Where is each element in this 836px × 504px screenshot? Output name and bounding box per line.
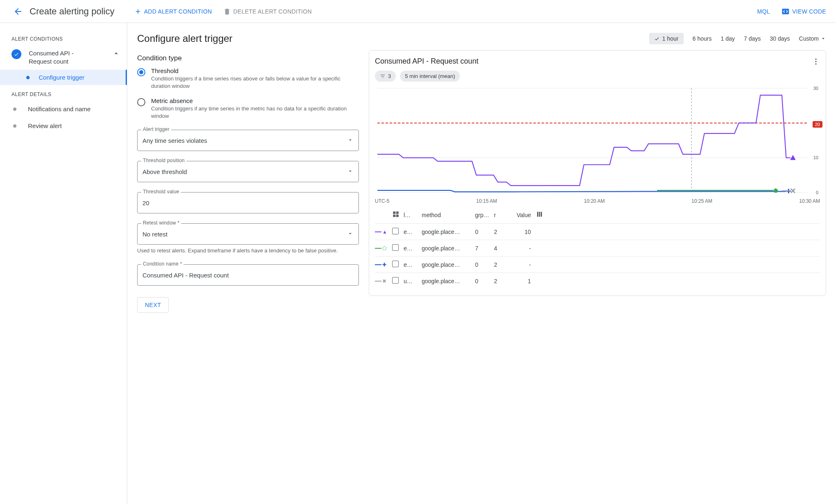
range-7days[interactable]: 7 days [744, 35, 760, 42]
filter-chip-count: 3 [388, 73, 391, 79]
range-30days[interactable]: 30 days [770, 35, 790, 42]
top-actions: ADD ALERT CONDITION DELETE ALERT CONDITI… [134, 7, 826, 16]
chart-card: Consumed API - Request count 3 5 min int… [369, 50, 826, 296]
cell-method: google.place… [422, 229, 475, 235]
threshold-position-select[interactable]: Threshold position Above threshold [137, 161, 359, 182]
radio-unchecked-icon [137, 98, 145, 106]
arrow-left-icon [13, 7, 23, 16]
active-dot-icon [26, 76, 30, 79]
th-r: r [494, 212, 506, 218]
x-tick: 10:25 AM [691, 198, 712, 204]
threshold-value-label: Threshold value [141, 189, 181, 195]
cell-grp: 0 [475, 229, 494, 235]
condition-name-input[interactable]: Condition name * Consumed API - Request … [137, 264, 359, 286]
cell-method: google.place… [422, 278, 475, 284]
alert-details-label: ALERT DETAILS [0, 88, 127, 101]
threshold-value-input[interactable]: Threshold value 20 [137, 192, 359, 213]
condition-step-label: Consumed API - Request count [29, 49, 90, 66]
check-icon [11, 49, 21, 59]
filter-chip[interactable]: 3 [375, 71, 396, 82]
row-checkbox[interactable] [392, 228, 404, 236]
row-checkbox[interactable] [392, 261, 404, 268]
plus-icon [134, 8, 142, 15]
retest-window-select[interactable]: Retest window * No retest [137, 223, 359, 245]
chevron-up-icon[interactable] [112, 49, 120, 59]
view-code-label: VIEW CODE [792, 8, 826, 15]
threshold-position-label: Threshold position [141, 158, 186, 163]
mql-label: MQL [757, 8, 770, 15]
condition-type-metric-absence[interactable]: Metric absence Condition triggers if any… [137, 97, 359, 120]
topbar: Create alerting policy ADD ALERT CONDITI… [0, 0, 836, 23]
cell-value: - [506, 261, 531, 268]
th-value: Value [506, 212, 531, 218]
x-tick: 10:30 AM [799, 198, 820, 204]
threshold-position-value: Above threshold [142, 168, 187, 175]
add-alert-condition-button[interactable]: ADD ALERT CONDITION [134, 8, 212, 15]
threshold-desc: Condition triggers if a time series rise… [151, 75, 348, 90]
condition-type-threshold[interactable]: Threshold Condition triggers if a time s… [137, 67, 359, 90]
absence-desc: Condition triggers if any time series in… [151, 105, 348, 120]
chart-column: 1 hour 6 hours 1 day 7 days 30 days Cust… [369, 33, 826, 494]
add-condition-label: ADD ALERT CONDITION [144, 8, 212, 15]
table-header: l… method grp… r Value [375, 206, 820, 223]
threshold-value-text: 20 [142, 199, 149, 206]
x-tick: 10:15 AM [476, 198, 497, 204]
grid-selector-icon[interactable] [392, 211, 404, 219]
condition-step[interactable]: Consumed API - Request count [0, 45, 127, 70]
columns-icon[interactable] [531, 211, 543, 219]
next-button[interactable]: NEXT [137, 297, 169, 313]
main: Configure alert trigger Condition type T… [127, 23, 836, 504]
custom-label: Custom [799, 35, 819, 42]
mql-button[interactable]: MQL [757, 8, 770, 15]
chevron-down-icon [347, 168, 354, 176]
legend-table: l… method grp… r Value ▲e…google.place…0… [375, 206, 820, 289]
svg-point-1 [815, 58, 816, 60]
tz-label: UTC-5 [375, 198, 389, 204]
substep-configure-trigger[interactable]: Configure trigger [0, 70, 127, 85]
alert-conditions-label: ALERT CONDITIONS [0, 33, 127, 45]
check-icon [654, 36, 660, 41]
range-1day[interactable]: 1 day [721, 35, 735, 42]
range-label: 1 hour [662, 35, 679, 42]
code-icon [781, 7, 790, 16]
threshold-title: Threshold [151, 67, 348, 74]
chart-area: 0102030 20 [375, 86, 820, 197]
table-row[interactable]: ✖u…google.place…021 [375, 273, 820, 289]
chevron-down-icon [347, 137, 354, 144]
row-checkbox[interactable] [392, 244, 404, 252]
svg-text:0: 0 [816, 190, 818, 195]
alert-trigger-select[interactable]: Alert trigger Any time series violates [137, 130, 359, 151]
alert-trigger-value: Any time series violates [142, 137, 207, 144]
nav-notifications-and-name[interactable]: Notifications and name [0, 101, 127, 117]
table-row[interactable]: ⬠e…google.place…74- [375, 240, 820, 256]
cell-r: 2 [494, 261, 506, 268]
form-column: Configure alert trigger Condition type T… [137, 33, 359, 494]
pending-dot-icon [13, 108, 16, 111]
table-row[interactable]: ▲e…google.place…0210 [375, 223, 820, 240]
cell-value: 10 [506, 229, 531, 235]
view-code-button[interactable]: VIEW CODE [781, 7, 826, 16]
nav-review-alert[interactable]: Review alert [0, 117, 127, 134]
next-label: NEXT [145, 302, 161, 308]
range-custom[interactable]: Custom [799, 35, 826, 42]
th-grp: grp… [475, 212, 494, 218]
range-6hours[interactable]: 6 hours [693, 35, 712, 42]
cell-l: e… [404, 245, 422, 252]
trash-icon [223, 8, 231, 15]
series-marker-icon: ✚ [375, 262, 392, 268]
retest-window-label: Retest window * [141, 220, 181, 226]
notifications-label: Notifications and name [28, 105, 91, 112]
row-checkbox[interactable] [392, 277, 404, 285]
back-button[interactable] [10, 3, 26, 20]
condition-type-subhead: Condition type [137, 54, 359, 62]
series-marker-icon: ⬠ [375, 245, 392, 251]
range-1hour[interactable]: 1 hour [649, 33, 684, 44]
interval-chip[interactable]: 5 min interval (mean) [400, 71, 460, 82]
svg-text:10: 10 [813, 155, 818, 160]
cell-method: google.place… [422, 245, 475, 252]
more-vert-icon[interactable] [812, 57, 820, 66]
cell-r: 4 [494, 245, 506, 252]
table-row[interactable]: ✚e…google.place…02- [375, 256, 820, 273]
card-title: Consumed API - Request count [375, 57, 478, 66]
delete-alert-condition-button[interactable]: DELETE ALERT CONDITION [223, 8, 312, 15]
